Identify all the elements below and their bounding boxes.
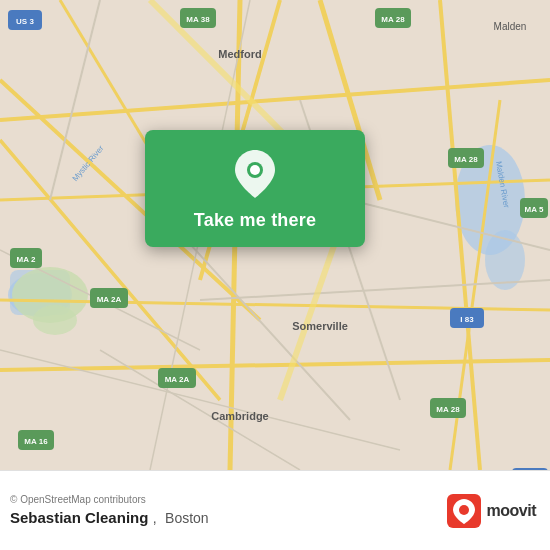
svg-text:I 83: I 83 — [460, 315, 474, 324]
svg-point-63 — [459, 505, 469, 515]
map-attribution: © OpenStreetMap contributors — [10, 494, 209, 505]
svg-text:Cambridge: Cambridge — [211, 410, 268, 422]
svg-text:US 3: US 3 — [16, 17, 34, 26]
map-area: US 3 MA 38 MA 28 MA 28 MA 2 MA 2A MA 2A … — [0, 0, 550, 470]
place-name: Sebastian Cleaning — [10, 509, 148, 526]
svg-text:MA 2A: MA 2A — [97, 295, 122, 304]
svg-text:MA 2: MA 2 — [17, 255, 36, 264]
place-city: Boston — [165, 510, 209, 526]
svg-text:Somerville: Somerville — [292, 320, 348, 332]
location-pin-icon — [229, 148, 281, 200]
place-name-row: Sebastian Cleaning , Boston — [10, 509, 209, 527]
svg-text:Malden: Malden — [494, 21, 527, 32]
place-info: © OpenStreetMap contributors Sebastian C… — [10, 494, 209, 527]
svg-point-61 — [250, 165, 260, 175]
svg-text:Medford: Medford — [218, 48, 261, 60]
moovit-text: moovit — [487, 502, 536, 520]
svg-text:MA 28: MA 28 — [381, 15, 405, 24]
moovit-logo: moovit — [447, 494, 536, 528]
svg-text:MA 28: MA 28 — [436, 405, 460, 414]
svg-text:MA 5: MA 5 — [525, 205, 544, 214]
svg-point-6 — [33, 305, 77, 335]
svg-text:MA 38: MA 38 — [186, 15, 210, 24]
moovit-icon — [447, 494, 481, 528]
take-me-there-label: Take me there — [194, 210, 316, 231]
take-me-there-button[interactable]: Take me there — [145, 130, 365, 247]
svg-text:MA 28: MA 28 — [454, 155, 478, 164]
svg-text:MA 16: MA 16 — [24, 437, 48, 446]
bottom-info-bar: © OpenStreetMap contributors Sebastian C… — [0, 470, 550, 550]
svg-text:MA 2A: MA 2A — [165, 375, 190, 384]
